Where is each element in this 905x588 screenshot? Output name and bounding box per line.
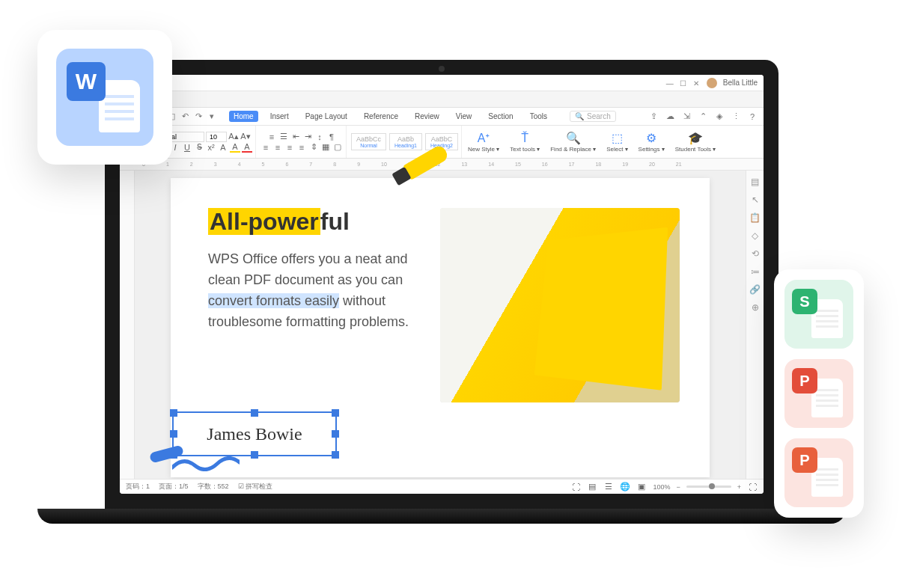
style-normal[interactable]: AaBbCcNormal xyxy=(351,133,386,150)
spreadsheet-letter: S xyxy=(792,289,817,314)
select-tool-icon[interactable]: ↖ xyxy=(750,195,761,205)
align-left-icon[interactable]: ≡ xyxy=(260,142,271,153)
book-illustration xyxy=(534,227,668,391)
justify-icon[interactable]: ≡ xyxy=(296,142,307,153)
superscript-icon[interactable]: x² xyxy=(206,142,216,153)
align-center-icon[interactable]: ≡ xyxy=(272,142,283,153)
number-list-icon[interactable]: ☰ xyxy=(278,132,289,142)
user-avatar[interactable] xyxy=(707,78,717,88)
shapes-pane-icon[interactable]: ◇ xyxy=(750,230,761,241)
skin-icon[interactable]: ◈ xyxy=(714,111,725,122)
resize-handle-ml[interactable] xyxy=(170,430,177,438)
borders-icon[interactable]: ▢ xyxy=(332,142,343,153)
font-size-select[interactable] xyxy=(206,132,227,142)
shrink-font-icon[interactable]: A▾ xyxy=(240,132,251,142)
spellcheck-toggle[interactable]: ☑ 拼写检查 xyxy=(238,482,273,491)
backup-icon[interactable]: ⟲ xyxy=(750,248,761,259)
help-icon[interactable]: ? xyxy=(747,111,758,122)
style-heading1[interactable]: AaBbHeading1 xyxy=(389,133,422,150)
inline-image[interactable] xyxy=(440,208,680,402)
menu-insert[interactable]: Insert xyxy=(266,111,293,122)
menu-section[interactable]: Section xyxy=(484,111,517,122)
select-button[interactable]: ⬚Select ▾ xyxy=(602,129,632,154)
user-name[interactable]: Bella Little xyxy=(723,79,758,87)
undo-icon[interactable]: ↶ xyxy=(180,111,190,122)
menu-reference[interactable]: Reference xyxy=(359,111,403,122)
webcam xyxy=(439,66,445,72)
nav-pane-icon[interactable]: ▤ xyxy=(750,177,761,187)
outline-view-icon[interactable]: ☰ xyxy=(603,482,614,492)
align-right-icon[interactable]: ≡ xyxy=(284,142,295,153)
zoom-in-button[interactable]: + xyxy=(737,483,741,491)
text-effect-icon[interactable]: A xyxy=(218,142,228,153)
page-indicator[interactable]: 页码：1 xyxy=(126,482,150,491)
resize-handle-tm[interactable] xyxy=(251,409,258,417)
pages-indicator[interactable]: 页面：1/5 xyxy=(159,482,189,491)
grow-font-icon[interactable]: A▴ xyxy=(228,132,239,142)
decrease-indent-icon[interactable]: ⇤ xyxy=(290,132,301,142)
headline[interactable]: All-powerful xyxy=(208,208,350,235)
fullscreen-icon[interactable]: ⛶ xyxy=(747,482,758,492)
settings-button[interactable]: ⚙Settings ▾ xyxy=(634,129,669,154)
line-spacing-icon[interactable]: ⇕ xyxy=(308,142,319,153)
sort-icon[interactable]: ↕ xyxy=(314,132,325,142)
menu-page-layout[interactable]: Page Layout xyxy=(301,111,352,122)
paragraph-group: ≡ ☰ ⇤ ⇥ ↕ ¶ ≡ ≡ ≡ ≡ ⇕ ▦ ▢ xyxy=(258,126,347,158)
quick-dropdown-icon[interactable]: ▾ xyxy=(207,111,217,122)
zoom-out-button[interactable]: − xyxy=(676,483,680,491)
vertical-ruler[interactable] xyxy=(120,171,135,479)
signature-text-box[interactable]: James Bowie xyxy=(172,411,337,456)
menu-home[interactable]: Home xyxy=(229,111,258,122)
maximize-button[interactable]: ☐ xyxy=(680,79,687,87)
minimize-button[interactable]: — xyxy=(666,79,674,87)
resize-handle-tr[interactable] xyxy=(332,409,339,417)
print-layout-icon[interactable]: ▤ xyxy=(587,482,597,492)
redo-icon[interactable]: ↷ xyxy=(193,111,204,122)
cloud-icon[interactable]: ☁ xyxy=(665,111,675,122)
clipboard-pane-icon[interactable]: 📋 xyxy=(750,212,761,223)
menu-tools[interactable]: Tools xyxy=(525,111,552,122)
underline-icon[interactable]: U xyxy=(182,142,192,153)
find-replace-button[interactable]: 🔍Find & Replace ▾ xyxy=(546,129,600,154)
headline-highlight: All-power xyxy=(208,208,320,235)
presentation-letter: P xyxy=(792,447,817,473)
increase-indent-icon[interactable]: ⇥ xyxy=(302,132,313,142)
shading-icon[interactable]: ▦ xyxy=(320,142,331,153)
text-tools-button[interactable]: ŤText tools ▾ xyxy=(505,130,544,154)
collapse-ribbon-icon[interactable]: ⌃ xyxy=(698,111,708,122)
pdf-letter: P xyxy=(792,368,817,393)
strike-icon[interactable]: S̶ xyxy=(194,142,204,153)
web-layout-icon[interactable]: 🌐 xyxy=(620,482,630,492)
resize-handle-tl[interactable] xyxy=(170,409,177,417)
writer-letter: W xyxy=(67,62,106,101)
bullet-list-icon[interactable]: ≡ xyxy=(266,132,277,142)
resize-handle-br[interactable] xyxy=(332,451,339,459)
search-icon: 🔍 xyxy=(575,112,584,120)
body-paragraph[interactable]: WPS Office offers you a neat and clean P… xyxy=(208,249,418,333)
presentation-app-icon: P xyxy=(784,438,853,507)
close-window-button[interactable]: ✕ xyxy=(693,79,701,87)
link-icon[interactable]: 🔗 xyxy=(750,284,761,295)
pdf-app-icon: P xyxy=(784,359,853,428)
font-color-icon[interactable]: A xyxy=(242,142,252,153)
share-icon[interactable]: ⇪ xyxy=(648,111,659,122)
zoom-pane-icon[interactable]: ⊕ xyxy=(750,302,761,313)
menu-bar: ▦ 💾 🖶 ◧ ↶ ↷ ▾ Home Insert Page Layout Re… xyxy=(120,108,764,126)
new-style-button[interactable]: AᐩNew Style ▾ xyxy=(463,129,504,154)
highlight-color-icon[interactable]: A xyxy=(230,142,240,153)
zoom-slider[interactable] xyxy=(686,486,731,488)
show-marks-icon[interactable]: ¶ xyxy=(326,132,337,142)
resize-handle-mr[interactable] xyxy=(332,430,339,438)
reading-view-icon[interactable]: ▣ xyxy=(636,482,647,492)
export-icon[interactable]: ⇲ xyxy=(681,111,692,122)
search-box[interactable]: 🔍 Search xyxy=(570,111,616,122)
menu-view[interactable]: View xyxy=(451,111,477,122)
zoom-level[interactable]: 100% xyxy=(653,483,670,491)
property-pane-icon[interactable]: ≔ xyxy=(750,266,761,277)
wordcount-indicator[interactable]: 字数：552 xyxy=(198,482,229,491)
menu-review[interactable]: Review xyxy=(410,111,444,122)
fit-width-icon[interactable]: ⛶ xyxy=(570,482,581,492)
student-tools-button[interactable]: 🎓Student Tools ▾ xyxy=(671,129,721,154)
more-icon[interactable]: ⋮ xyxy=(731,111,741,122)
resize-handle-bm[interactable] xyxy=(251,451,258,459)
